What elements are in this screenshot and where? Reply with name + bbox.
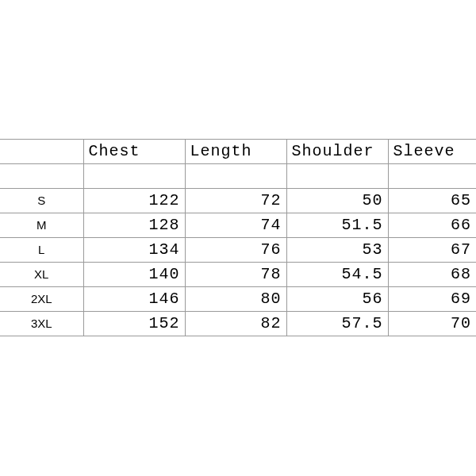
cell-length: 78	[185, 263, 286, 287]
table-row: 3XL 152 82 57.5 70	[0, 312, 476, 336]
cell-chest: 134	[83, 238, 185, 263]
cell-shoulder: 50	[286, 189, 388, 213]
cell-shoulder: 56	[286, 287, 388, 312]
cell-chest: 146	[83, 287, 185, 312]
cell-sleeve: 65	[388, 189, 476, 213]
table-row: S 122 72 50 65	[0, 189, 476, 213]
cell-size: 3XL	[0, 312, 83, 336]
table-row: M 128 74 51.5 66	[0, 213, 476, 238]
cell-shoulder: 54.5	[286, 263, 388, 287]
cell-shoulder: 53	[286, 238, 388, 263]
header-size	[0, 140, 83, 164]
cell-size: 2XL	[0, 287, 83, 312]
cell-chest: 128	[83, 213, 185, 238]
table-row: XL 140 78 54.5 68	[0, 263, 476, 287]
spacer-row	[0, 164, 476, 189]
blank-cell	[0, 164, 83, 189]
cell-size: XL	[0, 263, 83, 287]
blank-cell	[185, 164, 286, 189]
header-shoulder: Shoulder	[286, 140, 388, 164]
blank-cell	[286, 164, 388, 189]
table-row: 2XL 146 80 56 69	[0, 287, 476, 312]
cell-length: 80	[185, 287, 286, 312]
cell-length: 82	[185, 312, 286, 336]
header-length: Length	[185, 140, 286, 164]
header-row: Chest Length Shoulder Sleeve	[0, 140, 476, 164]
cell-length: 74	[185, 213, 286, 238]
cell-size: M	[0, 213, 83, 238]
cell-sleeve: 66	[388, 213, 476, 238]
cell-shoulder: 51.5	[286, 213, 388, 238]
cell-sleeve: 70	[388, 312, 476, 336]
blank-cell	[388, 164, 476, 189]
blank-cell	[83, 164, 185, 189]
cell-length: 76	[185, 238, 286, 263]
cell-sleeve: 68	[388, 263, 476, 287]
header-sleeve: Sleeve	[388, 140, 476, 164]
cell-length: 72	[185, 189, 286, 213]
table-row: L 134 76 53 67	[0, 238, 476, 263]
cell-sleeve: 69	[388, 287, 476, 312]
cell-sleeve: 67	[388, 238, 476, 263]
cell-size: S	[0, 189, 83, 213]
cell-size: L	[0, 238, 83, 263]
cell-chest: 122	[83, 189, 185, 213]
cell-chest: 152	[83, 312, 185, 336]
cell-chest: 140	[83, 263, 185, 287]
header-chest: Chest	[83, 140, 185, 164]
size-chart-table: Chest Length Shoulder Sleeve S 122 72 50…	[0, 139, 476, 336]
cell-shoulder: 57.5	[286, 312, 388, 336]
table: Chest Length Shoulder Sleeve S 122 72 50…	[0, 139, 476, 336]
